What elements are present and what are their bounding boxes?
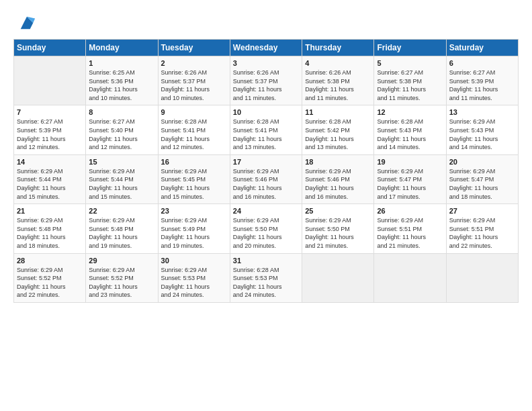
- calendar-cell: 19Sunrise: 6:29 AM Sunset: 5:47 PM Dayli…: [374, 154, 446, 203]
- calendar-cell: 18Sunrise: 6:29 AM Sunset: 5:46 PM Dayli…: [302, 154, 374, 203]
- day-info: Sunrise: 6:29 AM Sunset: 5:47 PM Dayligh…: [449, 167, 515, 201]
- day-number: 11: [305, 108, 371, 116]
- logo: [13, 13, 36, 32]
- day-info: Sunrise: 6:26 AM Sunset: 5:37 PM Dayligh…: [233, 68, 299, 102]
- calendar-cell: 4Sunrise: 6:26 AM Sunset: 5:38 PM Daylig…: [302, 56, 374, 105]
- header-day: Friday: [374, 40, 446, 56]
- day-info: Sunrise: 6:27 AM Sunset: 5:40 PM Dayligh…: [89, 118, 154, 151]
- day-info: Sunrise: 6:29 AM Sunset: 5:52 PM Dayligh…: [17, 266, 83, 300]
- day-info: Sunrise: 6:29 AM Sunset: 5:51 PM Dayligh…: [449, 216, 515, 250]
- day-number: 26: [377, 207, 443, 215]
- calendar-cell: 30Sunrise: 6:29 AM Sunset: 5:53 PM Dayli…: [158, 253, 230, 302]
- calendar-table: SundayMondayTuesdayWednesdayThursdayFrid…: [13, 39, 519, 303]
- day-number: 16: [161, 158, 227, 166]
- day-number: 5: [377, 59, 443, 67]
- header-day: Thursday: [302, 40, 374, 56]
- header-day: Saturday: [446, 40, 518, 56]
- calendar-cell: 16Sunrise: 6:29 AM Sunset: 5:45 PM Dayli…: [158, 154, 230, 203]
- day-number: 20: [449, 158, 515, 166]
- calendar-cell: 15Sunrise: 6:29 AM Sunset: 5:44 PM Dayli…: [86, 154, 158, 203]
- logo-icon: [17, 13, 36, 32]
- day-info: Sunrise: 6:28 AM Sunset: 5:41 PM Dayligh…: [161, 118, 227, 151]
- calendar-cell: 14Sunrise: 6:29 AM Sunset: 5:44 PM Dayli…: [14, 154, 86, 203]
- calendar-cell: [446, 253, 518, 302]
- day-info: Sunrise: 6:28 AM Sunset: 5:42 PM Dayligh…: [305, 118, 371, 151]
- calendar-cell: 9Sunrise: 6:28 AM Sunset: 5:41 PM Daylig…: [158, 105, 230, 154]
- calendar-cell: 21Sunrise: 6:29 AM Sunset: 5:48 PM Dayli…: [14, 204, 86, 253]
- header-day: Tuesday: [158, 40, 230, 56]
- day-info: Sunrise: 6:29 AM Sunset: 5:44 PM Dayligh…: [89, 167, 154, 201]
- day-info: Sunrise: 6:27 AM Sunset: 5:39 PM Dayligh…: [17, 118, 83, 151]
- calendar-cell: 13Sunrise: 6:29 AM Sunset: 5:43 PM Dayli…: [446, 105, 518, 154]
- day-number: 2: [161, 59, 227, 67]
- calendar-cell: 24Sunrise: 6:29 AM Sunset: 5:50 PM Dayli…: [230, 204, 302, 253]
- calendar-cell: 23Sunrise: 6:29 AM Sunset: 5:49 PM Dayli…: [158, 204, 230, 253]
- calendar-cell: [14, 56, 86, 105]
- calendar-cell: 10Sunrise: 6:28 AM Sunset: 5:41 PM Dayli…: [230, 105, 302, 154]
- week-row: 21Sunrise: 6:29 AM Sunset: 5:48 PM Dayli…: [14, 204, 519, 253]
- week-row: 14Sunrise: 6:29 AM Sunset: 5:44 PM Dayli…: [14, 154, 519, 203]
- calendar-cell: 25Sunrise: 6:29 AM Sunset: 5:50 PM Dayli…: [302, 204, 374, 253]
- day-info: Sunrise: 6:29 AM Sunset: 5:52 PM Dayligh…: [89, 266, 154, 300]
- day-number: 28: [17, 257, 83, 265]
- day-info: Sunrise: 6:29 AM Sunset: 5:49 PM Dayligh…: [161, 216, 227, 250]
- day-info: Sunrise: 6:28 AM Sunset: 5:43 PM Dayligh…: [377, 118, 443, 151]
- day-number: 27: [449, 207, 515, 215]
- day-info: Sunrise: 6:29 AM Sunset: 5:53 PM Dayligh…: [161, 266, 227, 300]
- day-info: Sunrise: 6:25 AM Sunset: 5:36 PM Dayligh…: [89, 68, 154, 102]
- day-number: 30: [161, 257, 227, 265]
- day-info: Sunrise: 6:29 AM Sunset: 5:48 PM Dayligh…: [17, 216, 83, 250]
- week-row: 1Sunrise: 6:25 AM Sunset: 5:36 PM Daylig…: [14, 56, 519, 105]
- day-number: 18: [305, 158, 371, 166]
- calendar-cell: 28Sunrise: 6:29 AM Sunset: 5:52 PM Dayli…: [14, 253, 86, 302]
- calendar-cell: [374, 253, 446, 302]
- day-info: Sunrise: 6:29 AM Sunset: 5:45 PM Dayligh…: [161, 167, 227, 201]
- header-day: Sunday: [14, 40, 86, 56]
- calendar-cell: 31Sunrise: 6:28 AM Sunset: 5:53 PM Dayli…: [230, 253, 302, 302]
- day-number: 9: [161, 108, 227, 116]
- day-info: Sunrise: 6:26 AM Sunset: 5:37 PM Dayligh…: [161, 68, 227, 102]
- day-number: 1: [89, 59, 154, 67]
- day-info: Sunrise: 6:29 AM Sunset: 5:46 PM Dayligh…: [305, 167, 371, 201]
- day-info: Sunrise: 6:29 AM Sunset: 5:44 PM Dayligh…: [17, 167, 83, 201]
- calendar-cell: 11Sunrise: 6:28 AM Sunset: 5:42 PM Dayli…: [302, 105, 374, 154]
- day-info: Sunrise: 6:29 AM Sunset: 5:50 PM Dayligh…: [305, 216, 371, 250]
- calendar-cell: [302, 253, 374, 302]
- day-number: 13: [449, 108, 515, 116]
- day-number: 4: [305, 59, 371, 67]
- day-number: 31: [233, 257, 299, 265]
- header: [13, 13, 519, 32]
- day-number: 29: [89, 257, 154, 265]
- day-info: Sunrise: 6:28 AM Sunset: 5:53 PM Dayligh…: [233, 266, 299, 300]
- calendar-cell: 27Sunrise: 6:29 AM Sunset: 5:51 PM Dayli…: [446, 204, 518, 253]
- day-info: Sunrise: 6:29 AM Sunset: 5:43 PM Dayligh…: [449, 118, 515, 151]
- calendar-cell: 8Sunrise: 6:27 AM Sunset: 5:40 PM Daylig…: [86, 105, 158, 154]
- calendar-cell: 12Sunrise: 6:28 AM Sunset: 5:43 PM Dayli…: [374, 105, 446, 154]
- day-number: 3: [233, 59, 299, 67]
- day-number: 6: [449, 59, 515, 67]
- day-number: 17: [233, 158, 299, 166]
- day-info: Sunrise: 6:26 AM Sunset: 5:38 PM Dayligh…: [305, 68, 371, 102]
- day-number: 14: [17, 158, 83, 166]
- calendar-cell: 22Sunrise: 6:29 AM Sunset: 5:48 PM Dayli…: [86, 204, 158, 253]
- day-info: Sunrise: 6:27 AM Sunset: 5:38 PM Dayligh…: [377, 68, 443, 102]
- day-number: 22: [89, 207, 154, 215]
- day-number: 8: [89, 108, 154, 116]
- day-number: 21: [17, 207, 83, 215]
- day-info: Sunrise: 6:29 AM Sunset: 5:46 PM Dayligh…: [233, 167, 299, 201]
- day-number: 7: [17, 108, 83, 116]
- calendar-cell: 26Sunrise: 6:29 AM Sunset: 5:51 PM Dayli…: [374, 204, 446, 253]
- day-number: 10: [233, 108, 299, 116]
- day-info: Sunrise: 6:28 AM Sunset: 5:41 PM Dayligh…: [233, 118, 299, 151]
- day-number: 12: [377, 108, 443, 116]
- day-number: 24: [233, 207, 299, 215]
- day-number: 25: [305, 207, 371, 215]
- day-info: Sunrise: 6:29 AM Sunset: 5:48 PM Dayligh…: [89, 216, 154, 250]
- calendar-cell: 29Sunrise: 6:29 AM Sunset: 5:52 PM Dayli…: [86, 253, 158, 302]
- calendar-cell: 6Sunrise: 6:27 AM Sunset: 5:39 PM Daylig…: [446, 56, 518, 105]
- calendar-cell: 1Sunrise: 6:25 AM Sunset: 5:36 PM Daylig…: [86, 56, 158, 105]
- calendar-cell: 7Sunrise: 6:27 AM Sunset: 5:39 PM Daylig…: [14, 105, 86, 154]
- calendar-cell: 20Sunrise: 6:29 AM Sunset: 5:47 PM Dayli…: [446, 154, 518, 203]
- day-number: 15: [89, 158, 154, 166]
- day-info: Sunrise: 6:29 AM Sunset: 5:50 PM Dayligh…: [233, 216, 299, 250]
